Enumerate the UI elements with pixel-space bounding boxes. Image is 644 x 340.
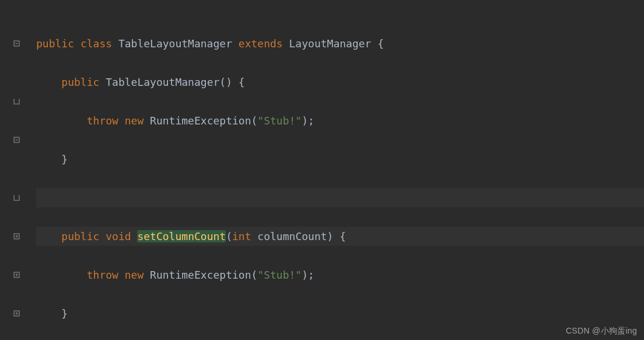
gutter-blank bbox=[0, 150, 23, 169]
gutter-blank bbox=[0, 53, 23, 72]
code-line bbox=[36, 188, 644, 207]
code-editor[interactable]: public class TableLayoutManager extends … bbox=[0, 0, 644, 340]
code-area[interactable]: public class TableLayoutManager extends … bbox=[23, 0, 644, 340]
fold-collapse-icon[interactable] bbox=[0, 34, 23, 53]
gutter-blank bbox=[0, 323, 23, 340]
code-line: public class TableLayoutManager extends … bbox=[36, 34, 644, 53]
fold-expand-icon[interactable] bbox=[0, 227, 23, 246]
code-line: } bbox=[36, 304, 644, 323]
gutter-blank bbox=[0, 15, 23, 34]
code-line: } bbox=[36, 150, 644, 169]
gutter-blank bbox=[0, 246, 23, 265]
gutter-blank bbox=[0, 207, 23, 227]
code-line-current: public void setColumnCount(int columnCou… bbox=[36, 227, 644, 246]
fold-end-icon bbox=[0, 188, 23, 207]
code-line: throw new RuntimeException("Stub!"); bbox=[36, 265, 644, 285]
gutter bbox=[0, 0, 23, 340]
fold-expand-icon[interactable] bbox=[0, 265, 23, 285]
fold-expand-icon[interactable] bbox=[0, 304, 23, 323]
gutter-blank bbox=[0, 285, 23, 304]
gutter-blank bbox=[0, 111, 23, 130]
fold-collapse-icon[interactable] bbox=[0, 130, 23, 150]
gutter-blank bbox=[0, 169, 23, 188]
watermark-text: CSDN @小狗蛋ing bbox=[566, 326, 637, 336]
code-line: public TableLayoutManager() { bbox=[36, 72, 644, 92]
code-line: throw new RuntimeException("Stub!"); bbox=[36, 111, 644, 130]
gutter-blank bbox=[0, 72, 23, 92]
fold-end-icon bbox=[0, 92, 23, 111]
